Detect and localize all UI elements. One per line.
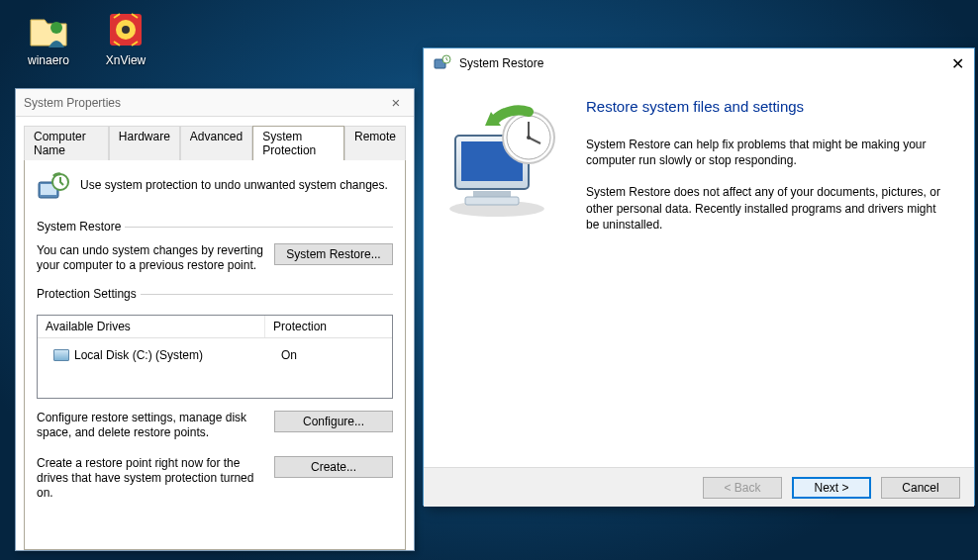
window-title: System Restore [459, 56, 932, 70]
system-restore-group: System Restore You can undo system chang… [37, 220, 393, 273]
drives-table: Available Drives Protection Local Disk (… [37, 315, 393, 399]
intro-text: Use system protection to undo unwanted s… [80, 172, 388, 192]
desktop-icon-winaero[interactable]: winaero [14, 8, 83, 67]
next-button[interactable]: Next > [792, 477, 871, 499]
system-properties-window: System Properties × Computer Name Hardwa… [15, 88, 415, 551]
xnview-icon [104, 8, 147, 51]
titlebar[interactable]: System Properties × [16, 89, 414, 117]
svg-point-18 [527, 136, 531, 140]
drive-protection: On [273, 346, 305, 364]
window-title: System Properties [24, 96, 386, 110]
column-header-drives[interactable]: Available Drives [38, 316, 265, 337]
tab-system-protection[interactable]: System Protection [252, 126, 344, 160]
cancel-button[interactable]: Cancel [881, 477, 960, 499]
svg-point-0 [50, 22, 62, 34]
tab-panel: Use system protection to undo unwanted s… [24, 160, 406, 550]
tab-remote[interactable]: Remote [344, 126, 406, 160]
drive-name: Local Disk (C:) (System) [74, 348, 203, 362]
back-button[interactable]: < Back [703, 477, 782, 499]
create-button[interactable]: Create... [274, 456, 393, 478]
close-button[interactable]: ✕ [932, 54, 964, 73]
tabs: Computer Name Hardware Advanced System P… [24, 125, 406, 160]
desktop-icon-xnview[interactable]: XnView [91, 8, 160, 67]
wizard-heading: Restore system files and settings [586, 98, 950, 115]
wizard-paragraph: System Restore can help fix problems tha… [586, 137, 950, 168]
close-button[interactable]: × [386, 94, 406, 111]
column-header-protection[interactable]: Protection [265, 316, 335, 337]
wizard-main: Restore system files and settings System… [582, 84, 974, 467]
drive-icon [53, 349, 69, 361]
svg-rect-12 [473, 191, 511, 197]
svg-point-3 [122, 26, 130, 34]
system-restore-hero-icon [438, 102, 566, 221]
group-legend: Protection Settings [37, 287, 141, 301]
configure-button[interactable]: Configure... [274, 411, 393, 432]
system-restore-icon [434, 54, 451, 72]
wizard-sidebar [424, 84, 582, 467]
system-restore-button[interactable]: System Restore... [274, 243, 393, 265]
wizard-footer: < Back Next > Cancel [424, 467, 974, 507]
table-row[interactable]: Local Disk (C:) (System) On [46, 344, 384, 366]
tab-advanced[interactable]: Advanced [180, 126, 252, 160]
create-text: Create a restore point right now for the… [37, 456, 264, 501]
titlebar[interactable]: System Restore ✕ [424, 48, 974, 78]
system-restore-text: You can undo system changes by reverting… [37, 243, 264, 273]
system-restore-wizard-window: System Restore ✕ [423, 47, 975, 506]
shield-restore-icon [37, 172, 70, 206]
protection-settings-group: Protection Settings Available Drives Pro… [37, 287, 393, 501]
group-legend: System Restore [37, 220, 125, 233]
folder-person-icon [27, 8, 70, 51]
tab-computer-name[interactable]: Computer Name [24, 126, 109, 160]
svg-rect-13 [465, 197, 519, 205]
wizard-paragraph: System Restore does not affect any of yo… [586, 184, 950, 233]
tab-hardware[interactable]: Hardware [109, 126, 180, 160]
desktop-icon-label: XnView [91, 53, 160, 67]
configure-text: Configure restore settings, manage disk … [37, 411, 264, 440]
desktop-icon-label: winaero [14, 53, 83, 67]
